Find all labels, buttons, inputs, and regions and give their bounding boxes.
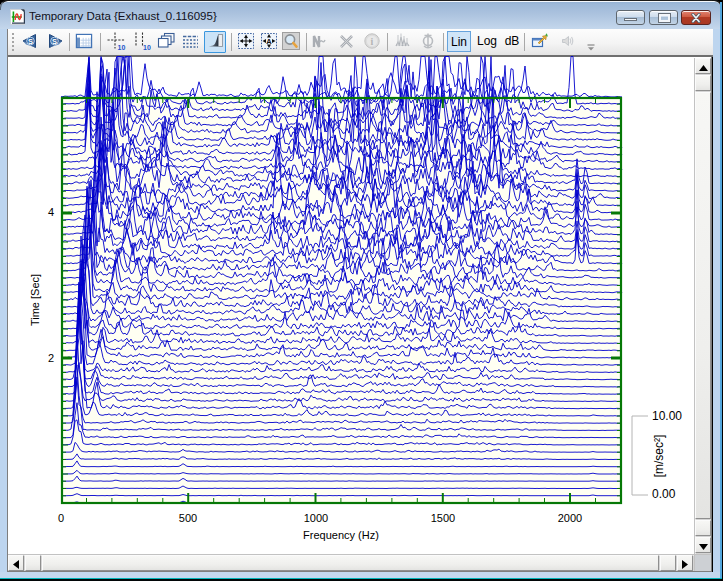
svg-text:2000: 2000 — [558, 512, 582, 524]
svg-text:0: 0 — [58, 512, 64, 524]
svg-text:500: 500 — [179, 512, 197, 524]
svg-text:10.00: 10.00 — [652, 409, 682, 423]
svg-text:0.00: 0.00 — [652, 487, 676, 501]
svg-text:[m/sec²]: [m/sec²] — [652, 435, 666, 478]
svg-text:Time [Sec]: Time [Sec] — [29, 274, 41, 326]
svg-text:1500: 1500 — [431, 512, 455, 524]
svg-text:4: 4 — [48, 206, 54, 218]
svg-text:2: 2 — [48, 352, 54, 364]
svg-text:Frequency (Hz): Frequency (Hz) — [303, 529, 379, 541]
svg-text:1000: 1000 — [304, 512, 328, 524]
